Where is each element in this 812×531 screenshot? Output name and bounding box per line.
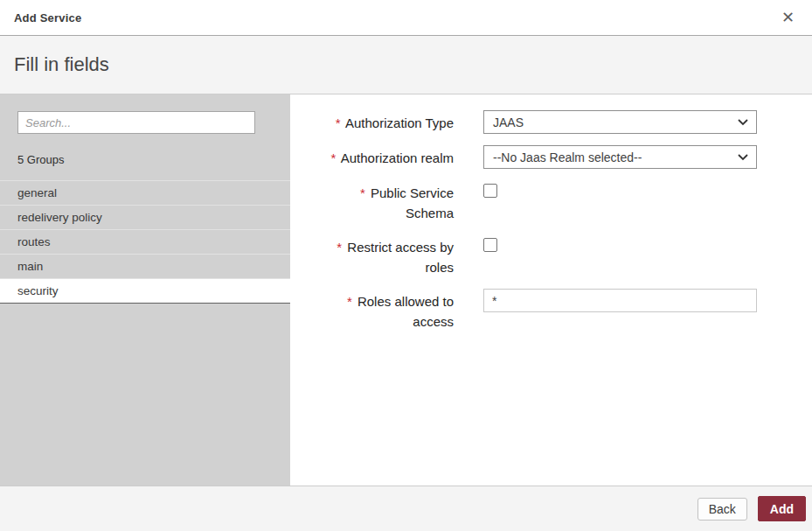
authorization-type-label: * Authorization Type — [290, 110, 483, 134]
back-button[interactable]: Back — [697, 498, 747, 521]
chevron-down-icon — [738, 119, 748, 126]
group-list: general redelivery policy routes main se… — [0, 180, 290, 304]
groups-count-label: 5 Groups — [17, 153, 273, 166]
form-row-public-service-schema: * Public Service Schema — [290, 180, 812, 223]
form-row-authorization-realm: * Authorization realm --No Jaas Realm se… — [290, 145, 812, 169]
modal-title: Add Service — [14, 11, 81, 24]
groups-sidebar: 5 Groups general redelivery policy route… — [0, 94, 290, 486]
required-marker: * — [360, 185, 365, 200]
required-marker: * — [337, 240, 342, 255]
subtitle-bar: Fill in fields — [0, 36, 812, 94]
restrict-access-by-roles-label: * Restrict access by roles — [290, 234, 483, 277]
required-marker: * — [336, 115, 341, 130]
close-icon[interactable]: ✕ — [778, 8, 798, 27]
required-marker: * — [331, 150, 337, 165]
required-marker: * — [347, 294, 352, 309]
form-row-restrict-access-by-roles: * Restrict access by roles — [290, 234, 812, 277]
authorization-realm-select[interactable]: --No Jaas Realm selected-- — [483, 145, 757, 169]
form-panel: * Authorization Type JAAS * Authorizatio… — [290, 94, 812, 486]
modal-footer: Back Add — [0, 486, 812, 531]
modal-header: Add Service ✕ — [0, 0, 812, 36]
roles-allowed-to-access-input[interactable] — [483, 289, 757, 312]
sidebar-item-redelivery-policy[interactable]: redelivery policy — [0, 206, 290, 230]
authorization-realm-label: * Authorization realm — [290, 145, 483, 169]
form-row-roles-allowed-to-access: * Roles allowed to access — [290, 289, 812, 332]
chevron-down-icon — [738, 154, 748, 161]
authorization-type-select[interactable]: JAAS — [483, 110, 757, 134]
add-service-modal: Add Service ✕ Fill in fields 5 Groups ge… — [0, 0, 812, 486]
sidebar-item-general[interactable]: general — [0, 181, 290, 206]
search-input[interactable] — [17, 111, 255, 134]
restrict-access-by-roles-checkbox[interactable] — [483, 238, 497, 252]
sidebar-item-main[interactable]: main — [0, 255, 290, 279]
authorization-type-value: JAAS — [493, 115, 524, 129]
modal-body: 5 Groups general redelivery policy route… — [0, 94, 812, 486]
add-button[interactable]: Add — [758, 496, 806, 521]
sidebar-item-security[interactable]: security — [0, 279, 290, 304]
page-title: Fill in fields — [14, 53, 109, 76]
sidebar-top: 5 Groups — [0, 94, 290, 166]
public-service-schema-checkbox[interactable] — [483, 184, 497, 198]
form-row-authorization-type: * Authorization Type JAAS — [290, 110, 812, 134]
authorization-realm-value: --No Jaas Realm selected-- — [493, 150, 642, 164]
public-service-schema-label: * Public Service Schema — [290, 180, 483, 223]
roles-allowed-to-access-label: * Roles allowed to access — [290, 289, 483, 332]
sidebar-item-routes[interactable]: routes — [0, 230, 290, 255]
